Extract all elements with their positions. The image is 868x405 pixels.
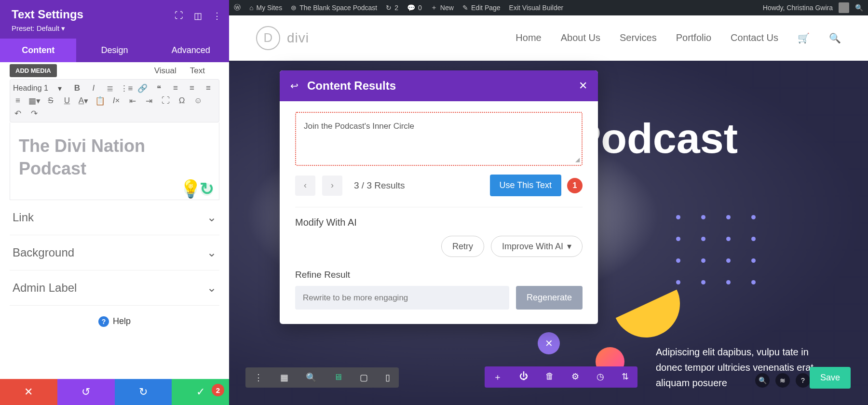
ai-refresh-icon[interactable]: ↻ [201, 183, 213, 196]
strikethrough-icon[interactable]: S [46, 96, 55, 106]
clear-format-icon[interactable]: I× [111, 96, 121, 106]
search-icon[interactable]: 🔍 [829, 32, 841, 44]
edit-page-link[interactable]: ✎ Edit Page [462, 4, 501, 12]
help-icon: ? [98, 316, 109, 327]
link-icon[interactable]: 🔗 [138, 83, 148, 93]
heading-selector[interactable]: Heading 1 ▾ [13, 84, 62, 93]
find-icon[interactable]: 🔍 [755, 373, 770, 388]
discard-button[interactable]: ✕ [0, 379, 57, 405]
nav-contact[interactable]: Contact Us [731, 32, 778, 43]
quote-icon[interactable]: ❝ [154, 83, 164, 93]
kebab-icon[interactable]: ⋮ [213, 11, 221, 21]
site-logo[interactable]: D divi [256, 26, 309, 50]
confirm-button[interactable]: ✓2 [172, 379, 229, 405]
logo-text: divi [287, 30, 309, 46]
power-icon[interactable]: ⏻ [519, 371, 528, 383]
undo-icon[interactable]: ↶ [13, 108, 23, 118]
history-icon[interactable]: ◷ [597, 371, 604, 383]
align-center-icon[interactable]: ≡ [187, 83, 197, 93]
expand-icon[interactable]: ⛶ [175, 11, 183, 21]
align-right-icon[interactable]: ≡ [203, 83, 213, 93]
sort-icon[interactable]: ⇅ [622, 371, 629, 383]
add-media-button[interactable]: ADD MEDIA [10, 64, 57, 77]
nav-portfolio[interactable]: Portfolio [676, 32, 711, 43]
wp-logo-icon[interactable]: ⓦ [234, 3, 241, 12]
cart-icon[interactable]: 🛒 [798, 32, 810, 44]
section-close-fab[interactable]: ✕ [538, 332, 560, 354]
preset-selector[interactable]: Preset: Default ▾ [12, 24, 217, 33]
layers-icon[interactable]: ≋ [775, 373, 790, 388]
use-this-text-button[interactable]: Use This Text [490, 175, 561, 196]
special-char-icon[interactable]: Ω [177, 96, 187, 106]
redo-button[interactable]: ↻ [115, 379, 172, 405]
back-icon[interactable]: ↩ [290, 80, 298, 92]
help-link[interactable]: ?Help [10, 306, 219, 338]
bold-icon[interactable]: B [72, 83, 82, 93]
gear-icon[interactable]: ⚙ [571, 371, 579, 383]
site-name-label: The Blank Space Podcast [299, 4, 377, 12]
fullscreen-icon[interactable]: ⛶ [161, 96, 170, 106]
prev-result-button[interactable]: ‹ [295, 176, 315, 196]
numbered-list-icon[interactable]: ⋮≡ [122, 83, 131, 93]
refine-result-label: Refine Result [295, 270, 583, 280]
snap-icon[interactable]: ◫ [194, 11, 202, 21]
my-sites-link[interactable]: ⌂ My Sites [249, 4, 282, 12]
retry-button[interactable]: Retry [441, 236, 484, 257]
add-icon[interactable]: ＋ [493, 371, 502, 383]
resize-handle-icon[interactable]: ◢ [575, 156, 580, 163]
editor-visual-tab[interactable]: Visual [154, 66, 176, 76]
help-fab-icon[interactable]: ? [796, 373, 810, 388]
emoji-icon[interactable]: ☺ [193, 96, 203, 106]
sidebar-tabs: Content Design Advanced [0, 39, 229, 62]
indent-icon[interactable]: ⇥ [144, 96, 154, 106]
improve-with-ai-button[interactable]: Improve With AI ▾ [491, 236, 583, 257]
tablet-view-icon[interactable]: ▢ [360, 372, 368, 383]
ai-suggest-icon[interactable]: 💡 [184, 183, 197, 196]
redo-icon[interactable]: ↷ [29, 108, 39, 118]
trash-icon[interactable]: 🗑 [545, 371, 554, 383]
undo-button[interactable]: ↺ [57, 379, 115, 405]
confirm-badge: 2 [212, 384, 224, 396]
search-icon[interactable]: 🔍 [855, 4, 863, 12]
nav-about[interactable]: About Us [561, 32, 600, 43]
exit-visual-builder-link[interactable]: Exit Visual Builder [509, 4, 564, 12]
text-color-icon[interactable]: A ▾ [79, 96, 88, 106]
accordion-link[interactable]: Link⌄ [10, 200, 219, 235]
paste-icon[interactable]: 📋 [95, 96, 105, 106]
zoom-icon[interactable]: 🔍 [306, 372, 316, 383]
table-icon[interactable]: ▦▾ [29, 96, 39, 106]
howdy-user[interactable]: Howdy, Christina Gwira [763, 2, 849, 13]
accordion-admin-label-text: Admin Label [13, 281, 77, 295]
site-name-link[interactable]: ⊚ The Blank Space Podcast [291, 4, 377, 12]
content-results-modal: ↩ Content Results ✕ Join the Podcast's I… [280, 70, 598, 324]
desktop-view-icon[interactable]: 🖥 [334, 372, 342, 383]
result-textbox[interactable]: Join the Podcast's Inner Circle ◢ [295, 112, 583, 166]
accordion-admin-label[interactable]: Admin Label⌄ [10, 270, 219, 306]
comments-link[interactable]: 💬 0 [407, 4, 422, 12]
new-link[interactable]: ＋ New [431, 3, 454, 12]
regenerate-button[interactable]: Regenerate [516, 286, 583, 310]
tab-content[interactable]: Content [0, 39, 76, 62]
refine-input[interactable] [295, 286, 509, 310]
toolbar-kebab-icon[interactable]: ⋮ [254, 372, 263, 383]
next-result-button[interactable]: › [322, 176, 342, 196]
align-left-icon[interactable]: ≡ [171, 83, 180, 93]
save-button[interactable]: Save [810, 367, 851, 389]
outdent-icon[interactable]: ⇤ [128, 96, 137, 106]
underline-icon[interactable]: U [62, 96, 72, 106]
tab-advanced[interactable]: Advanced [153, 39, 229, 62]
text-editor[interactable]: The Divi Nation Podcast 💡 ↻ [10, 122, 219, 200]
bullet-list-icon[interactable]: ≣ [105, 83, 115, 93]
accordion-background[interactable]: Background⌄ [10, 235, 219, 270]
editor-text-tab[interactable]: Text [190, 66, 205, 76]
close-icon[interactable]: ✕ [579, 80, 587, 92]
tab-design[interactable]: Design [76, 39, 152, 62]
align-justify-icon[interactable]: ≡ [13, 96, 23, 106]
updates-link[interactable]: ↻ 2 [386, 4, 398, 12]
nav-services[interactable]: Services [620, 32, 657, 43]
updates-count: 2 [394, 4, 398, 12]
italic-icon[interactable]: I [89, 83, 98, 93]
phone-view-icon[interactable]: ▯ [385, 372, 390, 383]
wireframe-icon[interactable]: ▦ [280, 372, 288, 383]
nav-home[interactable]: Home [515, 32, 541, 43]
